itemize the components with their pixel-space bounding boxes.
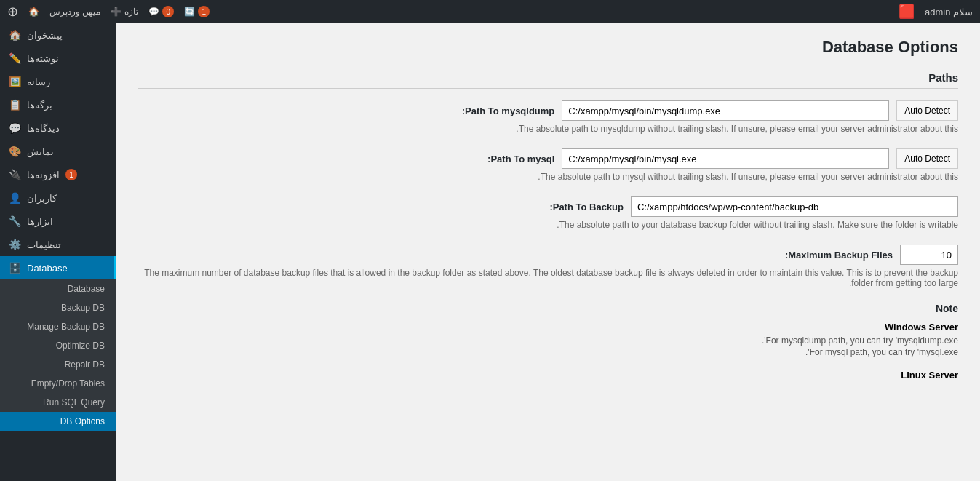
sidebar-label-database: Database — [27, 263, 68, 274]
sidebar-item-database[interactable]: Database 🗄️ — [0, 256, 116, 279]
submenu-database[interactable]: Database — [0, 279, 116, 298]
sidebar-label-media: رسانه — [27, 76, 50, 87]
sidebar-item-media[interactable]: رسانه 🖼️ — [0, 70, 116, 93]
admin-bar: ⊕ 🏠 میهن وردپرس ➕ تازه 💬 0 🔄 1 سلام admi… — [0, 0, 980, 23]
max-files-label: Maximum Backup Files: — [784, 250, 893, 261]
comments-link[interactable]: 💬 0 — [148, 6, 174, 17]
max-files-input[interactable] — [900, 245, 958, 265]
mysqldump-label: Path To mysqldump: — [445, 106, 554, 116]
sidebar-item-tools[interactable]: ابزارها 🔧 — [0, 210, 116, 233]
sidebar-item-posts[interactable]: نوشته‌ها ✏️ — [0, 47, 116, 70]
submenu-repair-db[interactable]: Repair DB — [0, 355, 116, 374]
mysql-row: Path To mysql: Auto Detect The absolute … — [138, 148, 958, 182]
mysqldump-description: The absolute path to mysqldump without t… — [138, 124, 958, 134]
note-heading: Note — [138, 303, 958, 314]
mysqldump-input[interactable] — [562, 100, 889, 121]
home-icon[interactable]: 🏠 — [28, 7, 39, 17]
sidebar-item-users[interactable]: کاربران 👤 — [0, 186, 116, 210]
posts-icon: ✏️ — [9, 52, 21, 64]
wp-icon[interactable]: 🟥 — [899, 4, 915, 20]
mysqldump-row: Path To mysqldump: Auto Detect The absol… — [138, 100, 958, 134]
submenu-db-options[interactable]: DB Options — [0, 412, 116, 431]
backup-description: The absolute path to your database backu… — [138, 220, 958, 230]
site-name[interactable]: میهن وردپرس — [49, 7, 100, 17]
media-icon: 🖼️ — [9, 76, 21, 87]
max-files-row: Maximum Backup Files: The maximum number… — [138, 245, 958, 288]
dashboard-icon: 🏠 — [9, 29, 21, 41]
sidebar-item-plugins[interactable]: 1 افزونه‌ها 🔌 — [0, 163, 116, 186]
sidebar-item-comments[interactable]: دیدگاه‌ها 💬 — [0, 116, 116, 140]
admin-sidebar: پیشخوان 🏠 نوشته‌ها ✏️ رسانه 🖼️ برگه‌ها 📋… — [0, 23, 116, 481]
submenu-optimize-db[interactable]: Optimize DB — [0, 336, 116, 355]
appearance-icon: 🎨 — [9, 146, 21, 157]
page-title: Database Options — [138, 38, 958, 57]
windows-server-heading: Windows Server — [138, 322, 958, 333]
sidebar-item-settings[interactable]: تنظیمات ⚙️ — [0, 233, 116, 256]
users-icon: 👤 — [9, 192, 21, 204]
sidebar-label-appearance: نمایش — [27, 146, 54, 157]
updates-link[interactable]: 🔄 1 — [184, 6, 210, 17]
submenu-empty-drop[interactable]: Empty/Drop Tables — [0, 374, 116, 393]
sidebar-item-appearance[interactable]: نمایش 🎨 — [0, 140, 116, 163]
windows-line1: For mysqldump path, you can try 'mysqldu… — [138, 335, 958, 346]
submenu-run-sql[interactable]: Run SQL Query — [0, 393, 116, 412]
comments-icon: 💬 — [9, 122, 21, 134]
sidebar-label-dashboard: پیشخوان — [27, 30, 63, 41]
database-submenu: Database Backup DB Manage Backup DB Opti… — [0, 279, 116, 431]
backup-row: Path To Backup: The absolute path to you… — [138, 196, 958, 230]
content-area: Database Options Paths Path To mysqldump… — [116, 23, 980, 481]
backup-input[interactable] — [631, 196, 958, 217]
mysql-input[interactable] — [562, 148, 889, 169]
mysqldump-auto-detect-button[interactable]: Auto Detect — [896, 100, 958, 121]
admin-username[interactable]: سلام admin — [925, 7, 973, 17]
wp-logo-icon[interactable]: ⊕ — [7, 4, 18, 20]
sidebar-label-users: کاربران — [27, 193, 57, 204]
mysql-auto-detect-button[interactable]: Auto Detect — [896, 148, 958, 169]
sidebar-label-posts: نوشته‌ها — [27, 53, 59, 64]
plugins-icon: 🔌 — [9, 169, 21, 180]
plugins-badge: 1 — [65, 169, 77, 180]
paths-heading: Paths — [138, 71, 958, 89]
mysql-description: The absolute path to mysql without trail… — [138, 172, 958, 182]
mysql-label: Path To mysql: — [445, 154, 554, 164]
sidebar-item-pages[interactable]: برگه‌ها 📋 — [0, 93, 116, 116]
submenu-backup-db[interactable]: Backup DB — [0, 298, 116, 317]
sidebar-label-plugins: افزونه‌ها — [27, 170, 60, 180]
note-section: Note Windows Server For mysqldump path, … — [138, 303, 958, 381]
max-files-description: The maximum number of database backup fi… — [138, 268, 958, 288]
sidebar-item-dashboard[interactable]: پیشخوان 🏠 — [0, 23, 116, 47]
database-icon: 🗄️ — [9, 262, 21, 274]
sidebar-label-pages: برگه‌ها — [27, 100, 52, 111]
sidebar-label-tools: ابزارها — [27, 216, 53, 227]
backup-label: Path To Backup: — [514, 202, 624, 212]
sidebar-label-comments: دیدگاه‌ها — [27, 123, 60, 134]
tools-icon: 🔧 — [9, 215, 21, 227]
new-content[interactable]: ➕ تازه — [111, 7, 138, 17]
linux-server-heading: Linux Server — [138, 370, 958, 381]
sidebar-label-settings: تنظیمات — [27, 239, 61, 250]
settings-icon: ⚙️ — [9, 239, 21, 250]
submenu-manage-backup[interactable]: Manage Backup DB — [0, 317, 116, 336]
pages-icon: 📋 — [9, 99, 21, 111]
windows-line2: For mysql path, you can try 'mysql.exe'. — [138, 347, 958, 357]
